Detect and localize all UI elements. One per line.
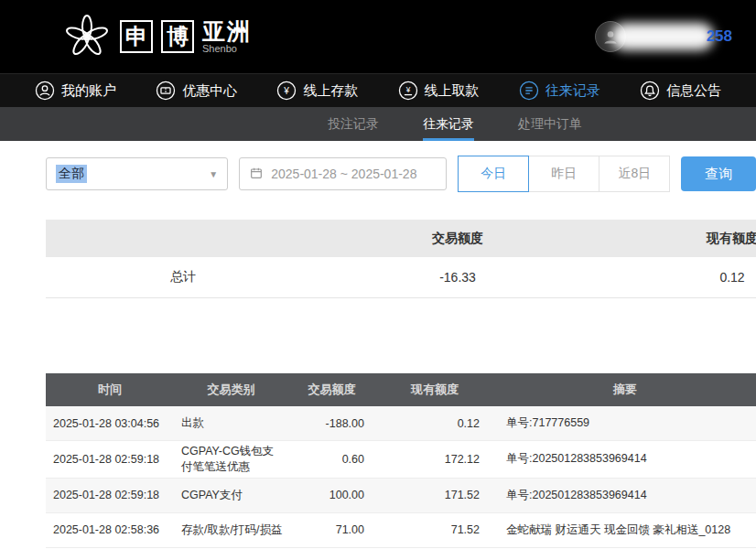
date-range-input[interactable]: 2025-01-28 ~ 2025-01-28 — [239, 157, 447, 190]
cell-type: CGPAY支付 — [174, 485, 288, 506]
cell-amount: 100.00 — [288, 489, 375, 501]
tab-processing-orders[interactable]: 处理中订单 — [518, 107, 582, 141]
nav-item-my-account[interactable]: 我的账户 — [35, 81, 116, 101]
nav-item-deposit[interactable]: ¥ 线上存款 — [276, 81, 358, 101]
table-row: 2025-01-28 02:59:18 CGPAY-CG钱包支付笔笔送优惠 0.… — [46, 441, 756, 479]
records-table-header: 时间 交易类别 交易额度 现有额度 摘要 — [46, 373, 756, 406]
logo-region: 亚洲 — [202, 19, 252, 43]
nav-label: 往来记录 — [545, 82, 600, 100]
tab-betting-records[interactable]: 投注记录 — [328, 107, 379, 141]
cell-balance: 172.12 — [375, 453, 494, 466]
filter-bar: 全部 ▼ 2025-01-28 ~ 2025-01-28 今日 昨日 近8日 查… — [46, 156, 756, 192]
blurred-username — [611, 23, 714, 50]
user-info[interactable]: 258 — [595, 20, 732, 53]
records-icon — [519, 81, 539, 101]
coupon-icon — [156, 81, 176, 101]
logo-char-1: 申 — [120, 20, 153, 53]
cell-type: 存款/取款/打码/损益 — [174, 520, 288, 541]
nav-item-records[interactable]: 往来记录 — [519, 81, 600, 101]
withdraw-icon: ¥ — [398, 81, 418, 101]
yesterday-button[interactable]: 昨日 — [528, 156, 599, 192]
today-button[interactable]: 今日 — [458, 156, 529, 192]
cell-type: 出款 — [174, 413, 288, 434]
cell-summary: 单号:202501283853969414 — [494, 488, 756, 503]
cell-balance: 71.52 — [375, 523, 494, 536]
deposit-icon: ¥ — [276, 81, 297, 101]
nav-label: 信息公告 — [666, 82, 721, 100]
bell-icon — [640, 81, 660, 101]
quick-range-group: 今日 昨日 近8日 — [458, 156, 670, 192]
table-row: 2025-01-28 02:59:18 CGPAY支付 100.00 171.5… — [46, 479, 756, 513]
summary-header: 交易额度 现有额度 — [46, 220, 756, 257]
cell-amount: -188.00 — [288, 417, 375, 430]
table-row: 2025-01-28 02:58:36 存款/取款/打码/损益 71.00 71… — [46, 513, 756, 548]
svg-text:¥: ¥ — [405, 86, 410, 94]
category-select[interactable]: 全部 ▼ — [46, 157, 228, 190]
nav-label: 线上存款 — [303, 82, 358, 100]
brand-logo: 申 博 亚洲 Shenbo — [62, 12, 252, 61]
last-8-days-button[interactable]: 近8日 — [599, 156, 670, 192]
nav-label: 我的账户 — [61, 82, 116, 100]
table-row: 2025-01-28 03:04:56 出款 -188.00 0.12 单号:7… — [46, 406, 756, 441]
cell-time: 2025-01-28 02:59:18 — [46, 453, 174, 466]
cell-summary: 金蛇献瑞 财运通天 现金回馈 豪礼相送_0128 — [494, 522, 756, 538]
flower-icon — [62, 12, 112, 61]
logo-english: Shenbo — [202, 44, 252, 55]
calendar-icon — [249, 166, 264, 183]
summary-total-balance: 0.12 — [595, 270, 756, 285]
cell-amount: 71.00 — [288, 523, 375, 536]
nav-item-announcements[interactable]: 信息公告 — [640, 81, 721, 101]
nav-label: 优惠中心 — [182, 82, 237, 100]
cell-summary: 单号:202501283853969414 — [494, 451, 756, 467]
col-header-summary: 摘要 — [494, 382, 756, 398]
svg-text:¥: ¥ — [284, 86, 290, 96]
cell-type: CGPAY-CG钱包支付笔笔送优惠 — [174, 441, 288, 478]
summary-total-amount: -16.33 — [320, 270, 595, 285]
cell-time: 2025-01-28 02:58:36 — [46, 523, 174, 536]
summary-header-balance: 现有额度 — [595, 231, 756, 247]
tab-transaction-records[interactable]: 往来记录 — [423, 107, 474, 141]
nav-item-promotions[interactable]: 优惠中心 — [156, 81, 237, 101]
records-table: 时间 交易类别 交易额度 现有额度 摘要 2025-01-28 03:04:56… — [46, 373, 756, 548]
category-select-value: 全部 — [56, 165, 87, 183]
col-header-amount: 交易额度 — [288, 382, 375, 398]
user-icon — [35, 81, 55, 101]
cell-time: 2025-01-28 02:59:18 — [46, 489, 174, 501]
nav-label: 线上取款 — [425, 82, 480, 100]
summary-total-label: 总计 — [46, 269, 320, 285]
sub-nav: 投注记录 往来记录 处理中订单 — [0, 107, 756, 141]
chevron-down-icon: ▼ — [209, 169, 218, 179]
cell-balance: 0.12 — [375, 417, 494, 430]
search-button[interactable]: 查询 — [681, 156, 756, 191]
summary-total-row: 总计 -16.33 0.12 — [46, 257, 756, 298]
cell-summary: 单号:717776559 — [494, 415, 756, 431]
cell-amount: 0.60 — [288, 453, 375, 466]
summary-table: 交易额度 现有额度 总计 -16.33 0.12 — [46, 220, 756, 298]
app-header: 申 博 亚洲 Shenbo 258 — [0, 0, 756, 73]
col-header-type: 交易类别 — [174, 382, 288, 398]
date-range-value: 2025-01-28 ~ 2025-01-28 — [271, 167, 416, 181]
main-nav: 我的账户 优惠中心 ¥ 线上存款 ¥ 线上取款 — [0, 73, 756, 107]
cell-time: 2025-01-28 03:04:56 — [46, 417, 174, 430]
cell-balance: 171.52 — [375, 489, 494, 501]
nav-item-withdraw[interactable]: ¥ 线上取款 — [398, 81, 480, 101]
logo-char-2: 博 — [161, 20, 194, 53]
summary-header-amount: 交易额度 — [320, 231, 595, 247]
page: 申 博 亚洲 Shenbo 258 我的账户 — [0, 0, 756, 549]
col-header-time: 时间 — [46, 382, 174, 398]
user-number: 258 — [707, 27, 732, 46]
col-header-balance: 现有额度 — [375, 382, 494, 398]
